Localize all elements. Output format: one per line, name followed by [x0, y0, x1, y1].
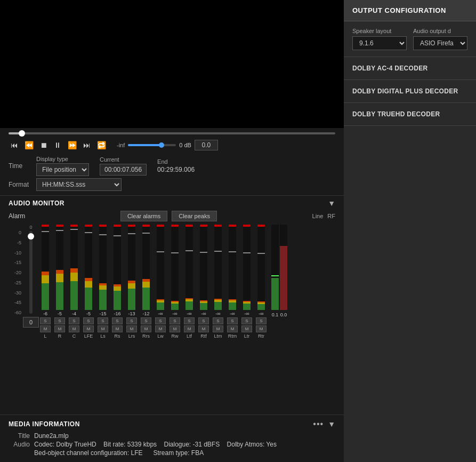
solo-button-lfe[interactable]: S: [83, 317, 94, 324]
solo-button-rtr[interactable]: S: [256, 317, 267, 324]
format-select[interactable]: HH:MM:SS.sss: [36, 178, 122, 191]
dolby-digital-plus-decoder-item[interactable]: DOLBY DIGITAL PLUS DECODER: [344, 80, 476, 103]
seek-bar[interactable]: [9, 132, 335, 134]
master-slider[interactable]: [29, 231, 33, 314]
rf-meter-bar: [280, 225, 287, 310]
seek-thumb[interactable]: [19, 130, 25, 137]
channel-meters: -6SML-5SMR-4SMC-5SMLFE-15SMLs-16SMRs-13S…: [38, 225, 268, 331]
skip-back-button[interactable]: ⏮: [9, 140, 20, 150]
meter-channel-lw: -∞SMLw: [154, 225, 167, 339]
mute-button-rtm[interactable]: M: [227, 325, 238, 332]
meter-channel-rtm: -∞SMRtm: [225, 225, 239, 339]
line-value: 0.1: [271, 312, 279, 317]
meter-channel-lfe: -5SMLFE: [82, 225, 95, 339]
mute-button-l[interactable]: M: [40, 325, 51, 332]
repeat-icon: 🔁: [97, 141, 106, 149]
time-row: Time Display type File position Current …: [9, 156, 335, 176]
media-info-options-button[interactable]: •••: [313, 419, 324, 429]
mute-button-r[interactable]: M: [54, 325, 65, 332]
solo-button-ltf[interactable]: S: [184, 317, 195, 324]
volume-slider[interactable]: [128, 144, 176, 146]
dolby-truehd-label: DOLBY TRUEHD DECODER: [352, 110, 440, 118]
solo-button-ltm[interactable]: S: [213, 317, 223, 324]
solo-button-ltr[interactable]: S: [241, 317, 252, 324]
time-label: Time: [9, 162, 30, 170]
mute-button-c[interactable]: M: [69, 325, 79, 332]
meter-value-lrs: -13: [128, 311, 135, 316]
bar-wrapper-rrs: [142, 225, 150, 310]
audio-monitor-title: AUDIO MONITOR: [9, 200, 64, 207]
mute-button-lrs[interactable]: M: [126, 325, 137, 332]
mute-button-ltf[interactable]: M: [184, 325, 195, 332]
meter-channel-lrs: -13SMLrs: [125, 225, 139, 339]
volume-section: -inf 0 dB: [117, 140, 218, 150]
clear-peaks-button[interactable]: Clear peaks: [172, 211, 217, 221]
meter-channel-ltr: -∞SMLtr: [240, 225, 254, 339]
bar-wrapper-rtf: [200, 225, 207, 310]
master-thumb[interactable]: [28, 233, 34, 240]
solo-button-rw[interactable]: S: [170, 317, 180, 324]
dolby-truehd-decoder-item[interactable]: DOLBY TRUEHD DECODER: [344, 103, 476, 126]
bar-wrapper-ltm: [214, 225, 222, 310]
meters-area: 0 -5 -10 -15 -20 -25 -30 -45 -60 0 0: [9, 225, 335, 331]
meter-value-rrs: -12: [142, 311, 149, 316]
output-config-header: OUTPUT CONFIGURATION: [344, 0, 476, 21]
audio-monitor-collapse-button[interactable]: ▼: [328, 199, 335, 208]
master-zero-label: 0: [29, 225, 32, 230]
channel-label-ltf: Ltf: [187, 333, 192, 339]
bar-wrapper-ltr: [243, 225, 251, 310]
audio-monitor-header: AUDIO MONITOR ▼: [0, 195, 344, 211]
solo-button-r[interactable]: S: [54, 317, 65, 324]
dolby-ac4-decoder-item[interactable]: DOLBY AC-4 DECODER: [344, 57, 476, 80]
rewind-button[interactable]: ⏪: [22, 140, 36, 150]
audio-output-select[interactable]: ASIO Firefa: [413, 36, 467, 50]
time-section: Time Display type File position Current …: [0, 154, 344, 195]
meter-value-ltr: -∞: [244, 311, 249, 316]
channel-label-rtr: Rtr: [258, 333, 264, 339]
solo-button-rtm[interactable]: S: [227, 317, 238, 324]
solo-button-rrs[interactable]: S: [141, 317, 151, 324]
channel-label-r: R: [58, 333, 62, 339]
dolby-ac4-label: DOLBY AC-4 DECODER: [352, 65, 427, 72]
speaker-layout-select[interactable]: 9.1.6 7.1.4 5.1.2 5.1 7.1: [352, 36, 407, 50]
stop-button[interactable]: ⏹: [38, 140, 50, 150]
meter-channel-ls: -15SMLs: [96, 225, 110, 339]
solo-button-ls[interactable]: S: [98, 317, 108, 324]
channel-label-lrs: Lrs: [128, 333, 135, 339]
forward-button[interactable]: ⏩: [66, 140, 79, 150]
mute-button-ls[interactable]: M: [98, 325, 108, 332]
solo-button-lw[interactable]: S: [155, 317, 166, 324]
display-type-select[interactable]: File position: [36, 163, 89, 176]
mute-button-rtf[interactable]: M: [198, 325, 209, 332]
mute-button-lfe[interactable]: M: [83, 325, 94, 332]
solo-button-rs[interactable]: S: [112, 317, 123, 324]
pause-icon: ⏸: [54, 141, 61, 149]
rf-value: 0.0: [280, 312, 287, 317]
mute-button-rrs[interactable]: M: [141, 325, 151, 332]
repeat-button[interactable]: 🔁: [95, 140, 108, 150]
mute-button-rs[interactable]: M: [112, 325, 123, 332]
solo-button-rtf[interactable]: S: [198, 317, 209, 324]
format-label: Format: [9, 181, 30, 188]
mute-button-ltr[interactable]: M: [241, 325, 252, 332]
skip-end-button[interactable]: ⏭: [81, 140, 93, 150]
alarm-row: Alarm Clear alarms Clear peaks Line RF: [9, 211, 335, 221]
mute-button-rw[interactable]: M: [170, 325, 180, 332]
solo-button-l[interactable]: S: [40, 317, 51, 324]
media-info-collapse-button[interactable]: ▼: [328, 420, 335, 428]
vol-min-label: -inf: [117, 142, 125, 148]
clear-alarms-button[interactable]: Clear alarms: [120, 211, 167, 221]
solo-button-lrs[interactable]: S: [126, 317, 137, 324]
mute-button-ltm[interactable]: M: [213, 325, 223, 332]
mute-button-lw[interactable]: M: [155, 325, 166, 332]
vol-thumb[interactable]: [159, 142, 164, 148]
meter-scale: 0 -5 -10 -15 -20 -25 -30 -45 -60: [9, 230, 23, 315]
solo-button-c[interactable]: S: [69, 317, 79, 324]
speaker-layout-label: Speaker layout: [352, 28, 407, 34]
line-peak: [271, 275, 279, 276]
line-label: Line: [312, 213, 324, 219]
pause-button[interactable]: ⏸: [52, 140, 63, 150]
vol-value-input[interactable]: [195, 140, 218, 150]
mute-button-rtr[interactable]: M: [256, 325, 267, 332]
alarm-label: Alarm: [9, 212, 25, 220]
